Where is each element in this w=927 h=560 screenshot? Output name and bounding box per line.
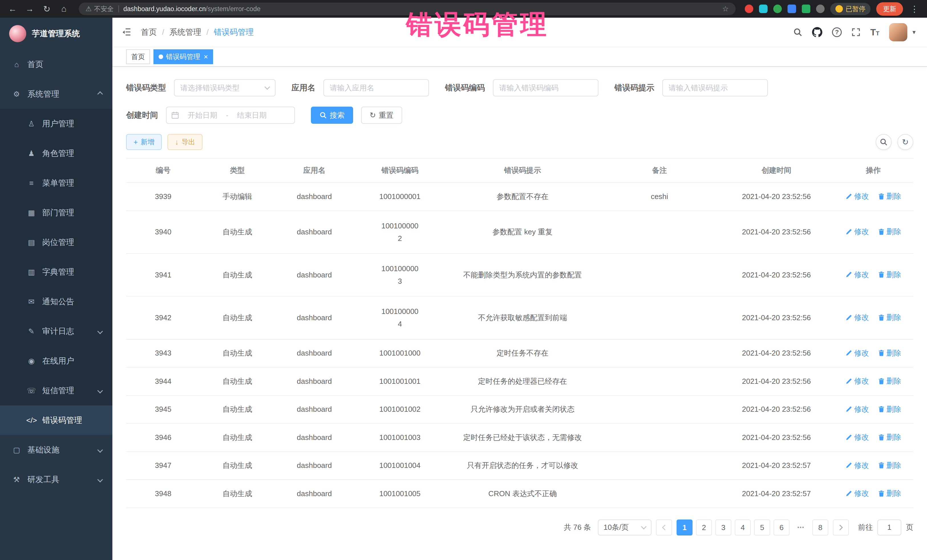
address-bar[interactable]: ⚠ 不安全 dashboard.yudao.iocoder.cn /system…	[79, 3, 736, 15]
tab[interactable]: 首页 ×	[126, 49, 150, 64]
reset-button[interactable]: ↻ 重置	[361, 107, 402, 124]
edit-button[interactable]: 修改	[845, 432, 869, 442]
breadcrumb-item[interactable]: 首页	[141, 27, 157, 38]
font-size-icon[interactable]: TT	[870, 27, 879, 38]
delete-button[interactable]: 删除	[878, 489, 901, 498]
page-button[interactable]: 1	[676, 519, 693, 536]
delete-button[interactable]: 删除	[878, 313, 901, 322]
delete-button[interactable]: 删除	[878, 432, 901, 442]
sidebar-item[interactable]: ▦ 部门管理	[0, 198, 112, 228]
delete-button[interactable]: 删除	[878, 270, 901, 280]
app-name-input[interactable]	[324, 79, 429, 96]
search-button[interactable]: 搜索	[311, 107, 353, 124]
delete-button[interactable]: 删除	[878, 227, 901, 237]
error-msg-input[interactable]	[662, 79, 768, 96]
sidebar-item[interactable]: </> 错误码管理	[0, 405, 112, 435]
edit-button[interactable]: 修改	[845, 191, 869, 201]
github-icon[interactable]	[812, 27, 822, 37]
home-icon[interactable]: ⌂	[58, 4, 70, 14]
chevron-right-icon	[837, 525, 843, 530]
column-header[interactable]: 类型	[200, 158, 274, 182]
add-button[interactable]: + 新增	[126, 134, 162, 150]
date-range-picker[interactable]: -	[166, 107, 295, 124]
extension-icon[interactable]	[773, 5, 782, 13]
sidebar-item[interactable]: ⌂ 首页	[0, 50, 112, 79]
edit-button[interactable]: 修改	[845, 460, 869, 470]
edit-button[interactable]: 修改	[845, 313, 869, 322]
hamburger-icon[interactable]	[122, 27, 132, 37]
start-date-input[interactable]	[181, 111, 223, 120]
back-icon[interactable]: ←	[7, 4, 18, 14]
edit-pencil-icon	[845, 434, 852, 441]
sidebar-item[interactable]: ◉ 在线用户	[0, 346, 112, 376]
sidebar-item[interactable]: ✎ 审计日志	[0, 317, 112, 346]
column-header[interactable]: 备注	[600, 158, 719, 182]
goto-page-input[interactable]	[877, 519, 901, 536]
close-icon[interactable]: ×	[204, 53, 208, 61]
delete-button[interactable]: 删除	[878, 348, 901, 358]
page-button[interactable]: •••	[793, 519, 809, 536]
column-header[interactable]: 错误码提示	[445, 158, 600, 182]
fullscreen-icon[interactable]	[851, 28, 860, 37]
sidebar-item[interactable]: ≡ 菜单管理	[0, 168, 112, 198]
cell-ops: 修改 删除	[833, 423, 913, 452]
sidebar-item[interactable]: ♟ 角色管理	[0, 138, 112, 168]
tab[interactable]: 错误码管理 ×	[153, 49, 213, 64]
page-size-select[interactable]: 10条/页	[598, 519, 652, 536]
bookmark-star-icon[interactable]: ☆	[722, 5, 729, 14]
reload-icon[interactable]: ↻	[41, 4, 53, 14]
search-icon[interactable]	[793, 28, 802, 37]
edit-button[interactable]: 修改	[845, 348, 869, 358]
column-header[interactable]: 错误码编码	[354, 158, 445, 182]
column-header[interactable]: 创建时间	[719, 158, 833, 182]
page-button[interactable]: 4	[735, 519, 751, 536]
export-button[interactable]: ↓ 导出	[167, 134, 202, 150]
user-avatar[interactable]	[889, 23, 907, 41]
forward-icon[interactable]: →	[24, 4, 35, 14]
extension-icon[interactable]	[802, 5, 810, 13]
sidebar-item[interactable]: ⚒ 研发工具	[0, 465, 112, 495]
app-logo[interactable]: 芋道管理系统	[0, 18, 112, 50]
end-date-input[interactable]	[231, 111, 273, 120]
kebab-menu-icon[interactable]: ⋮	[909, 4, 920, 14]
page-button[interactable]: 5	[754, 519, 770, 536]
help-icon[interactable]: ?	[832, 27, 842, 37]
extension-icon[interactable]	[759, 5, 767, 13]
prev-page-button[interactable]	[656, 519, 672, 536]
caret-down-icon[interactable]: ▾	[912, 29, 916, 36]
error-code-input[interactable]	[493, 79, 599, 96]
update-button[interactable]: 更新	[876, 2, 903, 16]
page-button[interactable]: 6	[774, 519, 790, 536]
edit-button[interactable]: 修改	[845, 489, 869, 498]
column-header[interactable]: 应用名	[274, 158, 354, 182]
page-button[interactable]: 8	[812, 519, 828, 536]
sidebar-item[interactable]: ▤ 岗位管理	[0, 228, 112, 257]
extension-icon[interactable]	[787, 5, 796, 13]
delete-button[interactable]: 删除	[878, 376, 901, 386]
edit-button[interactable]: 修改	[845, 404, 869, 414]
extension-icon[interactable]	[745, 5, 753, 13]
sidebar-item[interactable]: ☏ 短信管理	[0, 376, 112, 405]
refresh-button[interactable]: ↻	[897, 134, 913, 150]
sidebar-item[interactable]: ♙ 用户管理	[0, 109, 112, 138]
breadcrumb-item[interactable]: 系统管理	[169, 27, 201, 38]
column-header[interactable]: 操作	[833, 158, 913, 182]
paused-badge[interactable]: 已暂停	[830, 3, 871, 15]
column-header[interactable]: 编号	[126, 158, 200, 182]
sidebar-item[interactable]: ▢ 基础设施	[0, 435, 112, 465]
delete-button[interactable]: 删除	[878, 404, 901, 414]
delete-button[interactable]: 删除	[878, 460, 901, 470]
search-toggle-button[interactable]	[876, 134, 892, 150]
delete-button[interactable]: 删除	[878, 191, 901, 201]
sidebar-item[interactable]: ⚙ 系统管理	[0, 79, 112, 109]
sidebar-item[interactable]: ✉ 通知公告	[0, 287, 112, 317]
edit-button[interactable]: 修改	[845, 270, 869, 280]
page-button[interactable]: 3	[715, 519, 731, 536]
edit-button[interactable]: 修改	[845, 227, 869, 237]
next-page-button[interactable]	[833, 519, 849, 536]
extensions-puzzle-icon[interactable]	[816, 5, 825, 13]
sidebar-item[interactable]: ▥ 字典管理	[0, 257, 112, 287]
edit-button[interactable]: 修改	[845, 376, 869, 386]
page-button[interactable]: 2	[696, 519, 712, 536]
error-type-select[interactable]: 请选择错误码类型	[174, 79, 275, 96]
